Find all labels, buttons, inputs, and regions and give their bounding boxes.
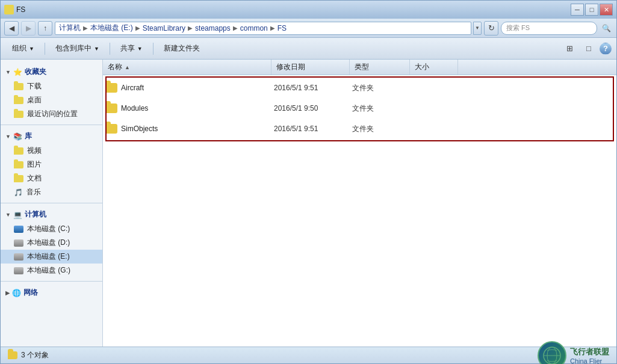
include-button[interactable]: 包含到库中 ▼ (49, 40, 106, 57)
refresh-button[interactable]: ↻ (484, 21, 498, 35)
download-folder-icon (14, 83, 23, 90)
video-folder-icon (14, 147, 23, 155)
up-button[interactable]: ↑ (38, 21, 52, 35)
image-label: 图片 (27, 159, 42, 170)
library-label: 库 (25, 131, 32, 141)
organize-arrow: ▼ (29, 46, 34, 52)
sidebar-item-drive-c[interactable]: 本地磁盘 (C:) (1, 222, 102, 236)
search-button[interactable]: 🔍 (600, 22, 613, 35)
path-dropdown-button[interactable]: ▼ (473, 22, 482, 35)
table-row[interactable]: SimObjects 2016/5/1 9:51 文件夹 (103, 119, 616, 139)
library-header[interactable]: ▼ 📚 库 (1, 129, 102, 144)
sidebar-divider-3 (1, 281, 102, 282)
folder-icon (105, 124, 117, 134)
back-button[interactable]: ◀ (4, 21, 19, 35)
address-path[interactable]: 计算机 ▶ 本地磁盘 (E:) ▶ SteamLibrary ▶ steamap… (55, 22, 471, 35)
drive-d-label: 本地磁盘 (D:) (27, 238, 70, 248)
path-steamapps[interactable]: steamapps (195, 24, 231, 32)
file-name-modules: Modules (105, 103, 274, 113)
sidebar-item-music[interactable]: 🎵 音乐 (1, 185, 102, 199)
download-label: 下载 (27, 81, 42, 91)
help-button[interactable]: ? (600, 43, 612, 55)
computer-label: 计算机 (25, 209, 46, 220)
sidebar-item-desktop[interactable]: 桌面 (1, 93, 102, 107)
library-section: ▼ 📚 库 视频 图片 文档 🎵 音乐 (1, 129, 102, 199)
window-title: FS (16, 5, 25, 14)
file-type-aircraft: 文件夹 (352, 83, 412, 93)
document-label: 文档 (27, 173, 42, 184)
close-button[interactable]: ✕ (600, 4, 613, 16)
sidebar-item-drive-e[interactable]: 本地磁盘 (E:) (1, 250, 102, 264)
network-icon: 🌐 (12, 289, 21, 297)
file-list: Aircraft 2016/5/1 9:51 文件夹 Modules 2016/… (103, 75, 616, 347)
organize-button[interactable]: 组织 ▼ (5, 40, 41, 57)
path-fs[interactable]: FS (277, 24, 287, 32)
recent-folder-icon (14, 111, 23, 118)
computer-arrow: ▼ (5, 212, 11, 218)
path-drive-e[interactable]: 本地磁盘 (E:) (90, 23, 133, 33)
title-bar-left: FS (4, 5, 25, 14)
sidebar-item-recent[interactable]: 最近访问的位置 (1, 107, 102, 121)
minimize-button[interactable]: ─ (571, 4, 584, 16)
network-section: ▶ 🌐 网络 (1, 285, 102, 300)
file-name-simobjects: SimObjects (105, 124, 274, 134)
desktop-label: 桌面 (27, 95, 42, 105)
computer-header[interactable]: ▼ 💻 计算机 (1, 207, 102, 222)
file-name-label: SimObjects (121, 125, 158, 133)
favorites-icon: ⭐ (13, 68, 22, 76)
organize-label: 组织 (12, 43, 26, 54)
table-row[interactable]: Modules 2016/5/1 9:50 文件夹 (103, 98, 616, 119)
toolbar-separator-2 (110, 43, 110, 55)
layout-button[interactable]: □ (580, 42, 597, 56)
sidebar-divider-1 (1, 125, 102, 125)
status-count: 3 个对象 (21, 350, 49, 360)
type-col-label: 类型 (355, 62, 369, 72)
file-area: 名称 ▲ 修改日期 类型 大小 (103, 60, 616, 347)
watermark-line1: 飞行者联盟 (570, 347, 609, 357)
column-header-type[interactable]: 类型 (350, 60, 410, 75)
file-date-simobjects: 2016/5/1 9:51 (274, 125, 352, 133)
name-col-label: 名称 (108, 62, 122, 72)
sidebar-item-drive-g[interactable]: 本地磁盘 (G:) (1, 264, 102, 277)
sidebar-item-download[interactable]: 下载 (1, 79, 102, 93)
drive-e-icon (14, 253, 23, 261)
path-computer[interactable]: 计算机 (59, 23, 81, 33)
desktop-folder-icon (14, 97, 23, 104)
include-label: 包含到库中 (55, 43, 91, 54)
file-name-label: Modules (121, 104, 148, 113)
network-header[interactable]: ▶ 🌐 网络 (1, 285, 102, 300)
sidebar-item-drive-d[interactable]: 本地磁盘 (D:) (1, 236, 102, 250)
sidebar-item-video[interactable]: 视频 (1, 144, 102, 158)
watermark-line2: China Flier (570, 357, 602, 365)
drive-d-icon (14, 239, 23, 247)
search-box: 搜索 FS (501, 22, 597, 35)
column-header-date[interactable]: 修改日期 (271, 60, 350, 75)
maximize-button[interactable]: □ (585, 4, 598, 16)
column-header-size[interactable]: 大小 (410, 60, 458, 75)
drive-c-icon (14, 226, 23, 233)
title-bar: FS ─ □ ✕ (1, 1, 616, 19)
sidebar-item-image[interactable]: 图片 (1, 158, 102, 171)
path-common[interactable]: common (240, 24, 268, 32)
network-arrow: ▶ (5, 290, 10, 296)
path-steamlibrary[interactable]: SteamLibrary (143, 24, 185, 32)
favorites-header[interactable]: ▼ ⭐ 收藏夹 (1, 64, 102, 79)
sidebar-divider-2 (1, 203, 102, 203)
share-button[interactable]: 共享 ▼ (114, 40, 149, 57)
new-folder-button[interactable]: 新建文件夹 (157, 40, 206, 57)
video-label: 视频 (27, 146, 42, 156)
library-arrow: ▼ (5, 134, 11, 140)
main-window: FS ─ □ ✕ ◀ ▶ ↑ 计算机 ▶ 本地磁盘 (E:) ▶ SteamLi… (0, 0, 617, 364)
status-bar: 3 个对象 飞行者联盟 China Flier (1, 347, 616, 363)
table-row[interactable]: Aircraft 2016/5/1 9:51 文件夹 (103, 78, 616, 98)
toolbar-separator-3 (153, 43, 153, 55)
sort-arrow: ▲ (125, 64, 130, 70)
folder-icon (105, 83, 117, 93)
drive-e-label: 本地磁盘 (E:) (27, 251, 70, 262)
sidebar-item-document[interactable]: 文档 (1, 171, 102, 185)
column-header-name[interactable]: 名称 ▲ (103, 60, 271, 75)
search-placeholder: 搜索 FS (506, 23, 530, 32)
computer-section: ▼ 💻 计算机 本地磁盘 (C:) 本地磁盘 (D:) 本地磁盘 (E:) (1, 207, 102, 277)
view-toggle-button[interactable]: ⊞ (561, 42, 578, 56)
forward-button[interactable]: ▶ (21, 21, 36, 35)
